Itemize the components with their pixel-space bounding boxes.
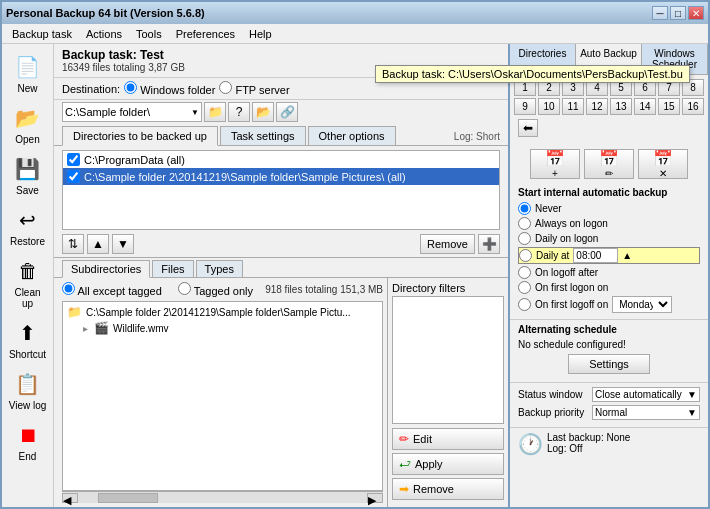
day-10[interactable]: 10 <box>538 98 560 115</box>
remove-label: Remove <box>413 483 454 495</box>
windows-folder-radio[interactable] <box>124 81 137 94</box>
viewlog-button[interactable]: 📋 View log <box>6 365 50 414</box>
remove-filter-button[interactable]: ➡ Remove <box>392 478 504 500</box>
close-button[interactable]: ✕ <box>688 6 704 20</box>
day-13[interactable]: 13 <box>610 98 632 115</box>
status-section: Status window Close automatically ▼ Back… <box>510 382 708 427</box>
end-button[interactable]: ⏹ End <box>6 416 50 465</box>
subtab-subdirectories[interactable]: Subdirectories <box>62 260 150 278</box>
shortcut-button[interactable]: ⬆ Shortcut <box>6 314 50 363</box>
dir-item-0[interactable]: C:\ProgramData (all) <box>63 151 499 168</box>
ftp-server-radio-label[interactable]: FTP server <box>219 81 289 96</box>
scrollbar-thumb[interactable] <box>98 493 158 503</box>
day-11[interactable]: 11 <box>562 98 584 115</box>
day-9[interactable]: 9 <box>514 98 536 115</box>
logoff-after-radio[interactable] <box>518 266 531 279</box>
daily-at-option[interactable]: Daily at ▲ <box>518 247 700 264</box>
add-dir-button[interactable]: ➕ <box>478 234 500 254</box>
tab-other-options[interactable]: Other options <box>308 126 396 145</box>
first-logoff-option[interactable]: On first logoff on Monday <box>518 296 700 313</box>
connect-button[interactable]: 🔗 <box>276 102 298 122</box>
backup-clock-icon: 🕐 <box>518 432 543 456</box>
menu-backup-task[interactable]: Backup task <box>6 26 78 42</box>
open-button[interactable]: 📂 Open <box>6 99 50 148</box>
maximize-button[interactable]: □ <box>670 6 686 20</box>
day-dropdown[interactable]: Monday <box>612 296 672 313</box>
dir-checkbox-1[interactable] <box>67 170 80 183</box>
dir-checkbox-0[interactable] <box>67 153 80 166</box>
info-button[interactable]: ? <box>228 102 250 122</box>
edit-filter-button[interactable]: ✏ Edit <box>392 428 504 450</box>
tab-directories[interactable]: Directories to be backed up <box>62 126 218 146</box>
viewlog-label: View log <box>9 400 47 411</box>
day-12[interactable]: 12 <box>586 98 608 115</box>
backup-priority-combo[interactable]: Normal ▼ <box>592 405 700 420</box>
settings-button[interactable]: Settings <box>568 354 650 374</box>
video-icon: 🎬 <box>94 321 109 335</box>
menu-tools[interactable]: Tools <box>130 26 168 42</box>
browse-button[interactable]: 📁 <box>204 102 226 122</box>
never-radio[interactable] <box>518 202 531 215</box>
menu-help[interactable]: Help <box>243 26 278 42</box>
tab-task-settings[interactable]: Task settings <box>220 126 306 145</box>
daily-logon-radio[interactable] <box>518 232 531 245</box>
day-14[interactable]: 14 <box>634 98 656 115</box>
daily-logon-option[interactable]: Daily on logon <box>518 232 700 245</box>
remove-schedule-button[interactable]: 📅 ✕ <box>638 149 688 179</box>
tagged-only-radio[interactable] <box>178 282 191 295</box>
last-backup-info: Last backup: None Log: Off <box>547 432 630 454</box>
add-schedule-label: + <box>552 168 558 179</box>
scroll-right-btn[interactable]: ▶ <box>367 493 383 503</box>
all-except-tagged-label[interactable]: All except tagged <box>62 282 162 297</box>
first-logon-radio[interactable] <box>518 281 531 294</box>
time-spinner-up[interactable]: ▲ <box>622 250 632 261</box>
scroll-left-btn[interactable]: ◀ <box>62 493 78 503</box>
tree-item-0[interactable]: 📁 C:\Sample folder 2\20141219\Sample fol… <box>65 304 380 320</box>
destination-path-combo[interactable]: C:\Sample folder\ ▼ <box>62 102 202 122</box>
apply-filter-button[interactable]: ⮐ Apply <box>392 453 504 475</box>
menu-actions[interactable]: Actions <box>80 26 128 42</box>
cleanup-icon: 🗑 <box>12 255 44 287</box>
day-15[interactable]: 15 <box>658 98 680 115</box>
daily-at-radio[interactable] <box>519 249 532 262</box>
dir-item-1[interactable]: C:\Sample folder 2\20141219\Sample folde… <box>63 168 499 185</box>
tree-item-1[interactable]: ▸ 🎬 Wildlife.wmv <box>81 320 380 336</box>
status-window-combo[interactable]: Close automatically ▼ <box>592 387 700 402</box>
new-button[interactable]: 📄 New <box>6 48 50 97</box>
all-except-tagged-radio[interactable] <box>62 282 75 295</box>
add-schedule-button[interactable]: 📅 + <box>530 149 580 179</box>
dir-filters-label: Directory filters <box>392 282 504 294</box>
ftp-server-radio[interactable] <box>219 81 232 94</box>
first-logoff-radio[interactable] <box>518 298 531 311</box>
move-up-button[interactable]: ▲ <box>87 234 109 254</box>
logoff-after-option[interactable]: On logoff after <box>518 266 700 279</box>
first-logon-option[interactable]: On first logon on <box>518 281 700 294</box>
open-dest-button[interactable]: 📂 <box>252 102 274 122</box>
remove-dir-button[interactable]: Remove <box>420 234 475 254</box>
cleanup-button[interactable]: 🗑 Clean up <box>6 252 50 312</box>
always-logon-radio[interactable] <box>518 217 531 230</box>
day-16[interactable]: 16 <box>682 98 704 115</box>
daily-at-time-input[interactable] <box>573 248 618 263</box>
windows-folder-radio-label[interactable]: Windows folder <box>124 81 215 96</box>
bottom-section: Subdirectories Files Types All except ta… <box>54 257 508 507</box>
menu-preferences[interactable]: Preferences <box>170 26 241 42</box>
tagged-only-label[interactable]: Tagged only <box>178 282 253 297</box>
subtab-types[interactable]: Types <box>196 260 243 277</box>
save-button[interactable]: 💾 Save <box>6 150 50 199</box>
minimize-button[interactable]: ─ <box>652 6 668 20</box>
left-arrow-button[interactable]: ⬅ <box>518 119 538 137</box>
last-backup-label: Last backup: <box>547 432 604 443</box>
file-tree[interactable]: 📁 C:\Sample folder 2\20141219\Sample fol… <box>62 301 383 491</box>
subdirectories-pane: All except tagged Tagged only 918 files … <box>54 278 388 507</box>
restore-button[interactable]: ↩ Restore <box>6 201 50 250</box>
move-down-button[interactable]: ▼ <box>112 234 134 254</box>
sort-button[interactable]: ⇅ <box>62 234 84 254</box>
never-option[interactable]: Never <box>518 202 700 215</box>
edit-schedule-button[interactable]: 📅 ✏ <box>584 149 634 179</box>
new-label: New <box>17 83 37 94</box>
always-logon-option[interactable]: Always on logon <box>518 217 700 230</box>
subtab-files[interactable]: Files <box>152 260 193 277</box>
horizontal-scrollbar[interactable]: ◀ ▶ <box>62 491 383 503</box>
dir-toolbar: ⇅ ▲ ▼ Remove ➕ <box>54 234 508 257</box>
